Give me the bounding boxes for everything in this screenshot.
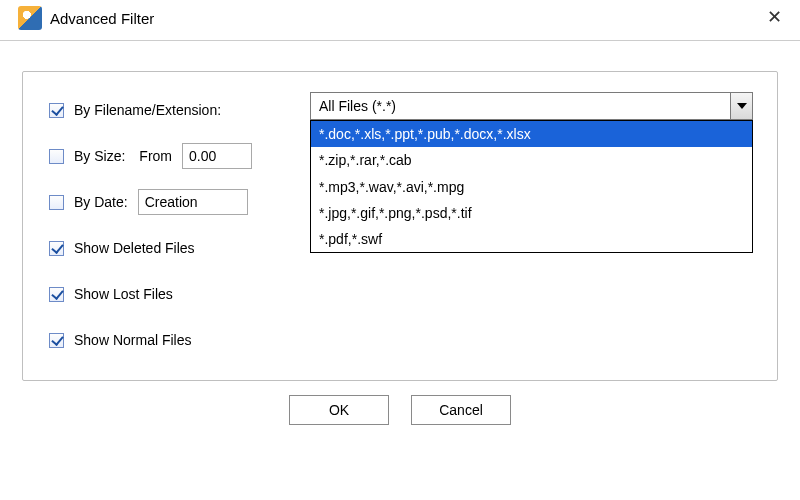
checkbox-show-lost[interactable] [49, 287, 64, 302]
label-by-size: By Size: [74, 148, 125, 164]
input-date-type[interactable] [138, 189, 248, 215]
label-by-filename: By Filename/Extension: [74, 102, 221, 118]
label-by-date: By Date: [74, 194, 128, 210]
input-size-from[interactable] [182, 143, 252, 169]
app-icon [18, 6, 42, 30]
title-bar: Advanced Filter ✕ [0, 0, 800, 41]
filename-extension-combo[interactable]: All Files (*.*) [310, 92, 753, 120]
filename-extension-dropdown[interactable]: *.doc,*.xls,*.ppt,*.pub,*.docx,*.xlsx *.… [310, 120, 753, 253]
label-from: From [139, 148, 172, 164]
checkbox-by-date[interactable] [49, 195, 64, 210]
window-title: Advanced Filter [50, 10, 154, 27]
dialog-buttons: OK Cancel [0, 395, 800, 425]
dropdown-option[interactable]: *.mp3,*.wav,*.avi,*.mpg [311, 174, 752, 200]
label-show-lost: Show Lost Files [74, 286, 173, 302]
label-show-deleted: Show Deleted Files [74, 240, 195, 256]
checkbox-show-normal[interactable] [49, 333, 64, 348]
label-show-normal: Show Normal Files [74, 332, 191, 348]
row-show-lost: Show Lost Files [49, 280, 751, 308]
dropdown-option[interactable]: *.pdf,*.swf [311, 226, 752, 252]
cancel-button[interactable]: Cancel [411, 395, 511, 425]
checkbox-show-deleted[interactable] [49, 241, 64, 256]
filename-extension-selected: All Files (*.*) [319, 98, 396, 114]
chevron-down-icon[interactable] [730, 93, 752, 119]
dropdown-option[interactable]: *.jpg,*.gif,*.png,*.psd,*.tif [311, 200, 752, 226]
filter-panel: By Filename/Extension: By Size: From By … [22, 71, 778, 381]
ok-button[interactable]: OK [289, 395, 389, 425]
row-show-normal: Show Normal Files [49, 326, 751, 354]
checkbox-by-filename[interactable] [49, 103, 64, 118]
dropdown-option[interactable]: *.zip,*.rar,*.cab [311, 147, 752, 173]
close-icon[interactable]: ✕ [767, 8, 782, 26]
checkbox-by-size[interactable] [49, 149, 64, 164]
dropdown-option[interactable]: *.doc,*.xls,*.ppt,*.pub,*.docx,*.xlsx [311, 121, 752, 147]
